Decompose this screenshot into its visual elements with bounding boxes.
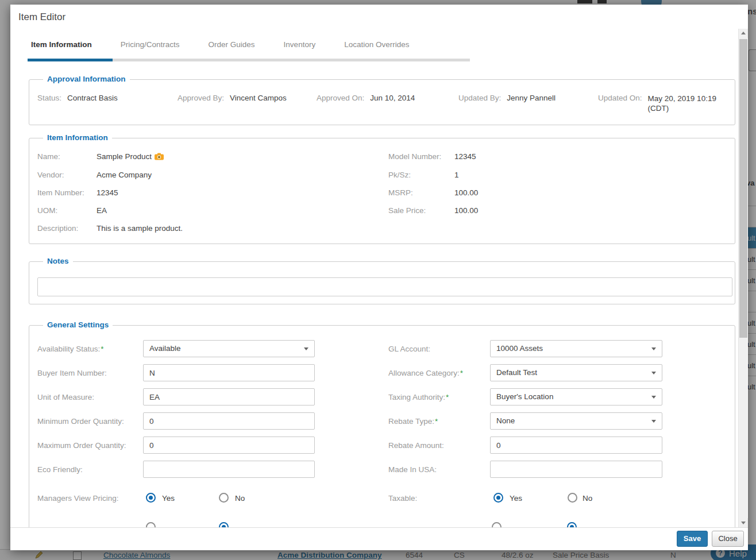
notes-input[interactable] bbox=[37, 277, 732, 296]
approval-status-field: Status: Contract Basis bbox=[37, 94, 118, 102]
scroll-up-button[interactable] bbox=[739, 29, 748, 38]
managers-view-pricing-no-radio[interactable] bbox=[219, 493, 229, 503]
arrow-down-icon bbox=[741, 522, 746, 524]
minimum-order-quantity-input[interactable] bbox=[143, 412, 315, 430]
taxable-no-radio[interactable] bbox=[568, 493, 577, 503]
camera-icon[interactable] bbox=[155, 153, 164, 160]
cutoff-radio[interactable] bbox=[492, 522, 502, 527]
maximum-order-quantity-input[interactable] bbox=[143, 437, 315, 454]
msrp-label: MSRP: bbox=[388, 188, 413, 197]
pk-sz-label: Pk/Sz: bbox=[388, 171, 411, 179]
tab-location-overrides[interactable]: Location Overrides bbox=[341, 40, 422, 49]
field-label: Updated On: bbox=[598, 94, 642, 102]
scrollbar-thumb[interactable] bbox=[739, 39, 747, 338]
model-number-label: Model Number: bbox=[388, 152, 441, 161]
close-button[interactable]: Close bbox=[712, 531, 744, 547]
radio-option-label: Yes bbox=[510, 494, 522, 503]
dialog-title: Item Editor bbox=[18, 11, 65, 23]
managers-view-pricing-yes-radio[interactable] bbox=[146, 493, 156, 503]
name-value: Sample Product bbox=[97, 152, 164, 161]
required-marker: * bbox=[435, 417, 438, 426]
buyer-item-number-label: Buyer Item Number: bbox=[37, 369, 107, 377]
field-value: Vincent Campos bbox=[230, 94, 287, 102]
maximum-order-quantity-label: Maximum Order Quantity: bbox=[37, 441, 126, 450]
tab-order-guides[interactable]: Order Guides bbox=[205, 40, 268, 49]
taxing-authority-select[interactable]: Buyer's Location bbox=[490, 388, 662, 405]
field-label: Approved By: bbox=[178, 94, 224, 102]
item-number-value: 12345 bbox=[97, 188, 118, 197]
save-button[interactable]: Save bbox=[677, 531, 708, 547]
arrow-up-icon bbox=[741, 32, 746, 34]
rebate-amount-input[interactable] bbox=[490, 437, 662, 454]
uom-value: EA bbox=[97, 206, 107, 215]
gl-account-label: GL Account: bbox=[388, 345, 430, 353]
tab-pricing-contracts[interactable]: Pricing/Contracts bbox=[117, 40, 192, 49]
taxable-yes-radio[interactable] bbox=[493, 493, 503, 503]
made-in-usa-input[interactable] bbox=[490, 461, 662, 478]
tab-inventory[interactable]: Inventory bbox=[280, 40, 329, 49]
required-marker: * bbox=[460, 369, 463, 377]
pk-sz-value: 1 bbox=[454, 171, 459, 179]
eco-friendly-label: Eco Friendly: bbox=[37, 465, 83, 474]
buyer-item-number-input[interactable] bbox=[143, 364, 315, 381]
made-in-usa-label: Made In USA: bbox=[388, 465, 437, 474]
allowance-category-select[interactable]: Default Test bbox=[490, 364, 662, 381]
item-number-label: Item Number: bbox=[37, 188, 84, 197]
gl-account-select[interactable]: 10000 Assets bbox=[490, 340, 662, 357]
section-legend: Item Information bbox=[43, 133, 112, 142]
chevron-down-icon bbox=[651, 372, 656, 374]
taxing-authority-label: Taxing Authority:* bbox=[388, 393, 449, 401]
tab-item-information[interactable]: Item Information bbox=[28, 40, 105, 49]
rebate-type-label: Rebate Type:* bbox=[388, 417, 438, 426]
field-value: May 20, 2019 10:19 (CDT) bbox=[648, 94, 734, 113]
vertical-scrollbar[interactable] bbox=[738, 29, 747, 527]
availability-status-select[interactable]: Available bbox=[143, 340, 315, 357]
item-editor-dialog: Item Editor Item Information Pricing/Con… bbox=[10, 5, 748, 550]
field-label: Status: bbox=[37, 94, 61, 102]
radio-option-label: No bbox=[583, 494, 592, 503]
approved-by-field: Approved By: Vincent Campos bbox=[178, 94, 287, 102]
taxable-label: Taxable: bbox=[388, 494, 417, 503]
vendor-value: Acme Company bbox=[97, 171, 152, 179]
sale-price-label: Sale Price: bbox=[388, 206, 426, 215]
rebate-type-select[interactable]: None bbox=[490, 412, 662, 430]
vendor-label: Vendor: bbox=[37, 171, 64, 179]
cutoff-radio[interactable] bbox=[219, 522, 229, 527]
unit-of-measure-label: Unit of Measure: bbox=[37, 393, 94, 401]
uom-label: UOM: bbox=[37, 206, 57, 215]
scroll-down-button[interactable] bbox=[739, 518, 748, 527]
section-legend: Notes bbox=[43, 257, 73, 265]
rebate-amount-label: Rebate Amount: bbox=[388, 441, 444, 450]
radio-option-label: Yes bbox=[162, 494, 175, 503]
section-legend: General Settings bbox=[43, 320, 113, 329]
allowance-category-label: Allowance Category:* bbox=[388, 369, 463, 377]
approval-information-section: Approval Information Status: Contract Ba… bbox=[29, 79, 735, 125]
field-value: Jenny Pannell bbox=[507, 94, 556, 102]
dialog-footer: Save Close bbox=[10, 527, 748, 550]
updated-by-field: Updated By: Jenny Pannell bbox=[458, 94, 556, 102]
field-value: Contract Basis bbox=[67, 94, 118, 102]
chevron-down-icon bbox=[651, 420, 656, 423]
availability-status-label: Availability Status:* bbox=[37, 345, 104, 353]
item-information-section: Item Information Name: Sample Product Ve… bbox=[29, 138, 735, 244]
sale-price-value: 100.00 bbox=[454, 206, 478, 215]
required-marker: * bbox=[446, 393, 449, 401]
managers-view-pricing-label: Managers View Pricing: bbox=[37, 494, 119, 503]
cutoff-radio[interactable] bbox=[567, 522, 577, 527]
chevron-down-icon bbox=[651, 347, 656, 350]
dialog-scroll-content: Approval Information Status: Contract Ba… bbox=[10, 60, 748, 527]
description-label: Description: bbox=[37, 224, 78, 233]
eco-friendly-input[interactable] bbox=[143, 461, 315, 478]
description-value: This is a sample product. bbox=[97, 224, 183, 233]
chevron-down-icon bbox=[304, 347, 308, 350]
cutoff-radio[interactable] bbox=[146, 522, 156, 527]
minimum-order-quantity-label: Minimum Order Quantity: bbox=[37, 417, 124, 426]
field-label: Approved On: bbox=[317, 94, 364, 102]
name-label: Name: bbox=[37, 152, 60, 161]
tab-bar: Item Information Pricing/Contracts Order… bbox=[28, 40, 434, 49]
unit-of-measure-input[interactable] bbox=[143, 388, 315, 405]
field-value: Jun 10, 2014 bbox=[370, 94, 415, 102]
model-number-value: 12345 bbox=[454, 152, 476, 161]
notes-section: Notes bbox=[29, 261, 735, 304]
chevron-down-icon bbox=[651, 396, 656, 399]
